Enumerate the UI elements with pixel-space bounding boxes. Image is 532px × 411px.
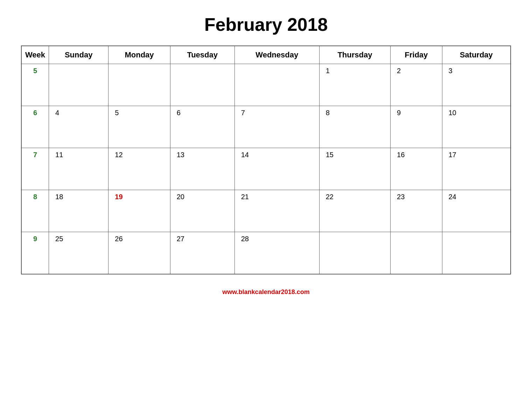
- day-number: 26: [111, 233, 126, 245]
- week-row-6: 645678910: [21, 106, 511, 148]
- day-number: 14: [238, 149, 252, 161]
- day-number: 21: [238, 191, 252, 203]
- day-number: 5: [111, 107, 122, 119]
- day-cell: 14: [234, 148, 319, 190]
- day-cell: 5: [108, 106, 170, 148]
- day-cell: [391, 232, 442, 274]
- week-number-9: 9: [21, 232, 49, 274]
- header-friday: Friday: [391, 46, 442, 64]
- day-number: 23: [393, 191, 408, 203]
- day-cell: [170, 64, 234, 106]
- day-number: 3: [445, 65, 456, 77]
- day-cell: 3: [442, 64, 511, 106]
- day-cell: [319, 232, 390, 274]
- week-number-7: 7: [21, 148, 49, 190]
- day-number: 10: [445, 107, 460, 119]
- day-cell: 10: [442, 106, 511, 148]
- week-number-5: 5: [21, 64, 49, 106]
- day-number: 6: [173, 107, 184, 119]
- day-cell: 4: [49, 106, 108, 148]
- day-cell: 23: [391, 190, 442, 232]
- day-number: 4: [52, 107, 63, 119]
- day-number: 1: [322, 65, 333, 77]
- day-number: 15: [322, 149, 337, 161]
- day-cell: [108, 64, 170, 106]
- week-row-5: 5123: [21, 64, 511, 106]
- day-number: 25: [52, 233, 66, 245]
- day-cell: 24: [442, 190, 511, 232]
- day-number: 9: [393, 107, 404, 119]
- day-cell: 20: [170, 190, 234, 232]
- day-cell: [49, 64, 108, 106]
- day-cell: 27: [170, 232, 234, 274]
- day-cell: 11: [49, 148, 108, 190]
- day-number: 19: [111, 191, 126, 203]
- footer: www.blankcalendar2018.com: [222, 288, 309, 296]
- week-row-8: 818192021222324: [21, 190, 511, 232]
- day-cell: 12: [108, 148, 170, 190]
- week-row-9: 925262728: [21, 232, 511, 274]
- day-cell: 13: [170, 148, 234, 190]
- day-number: 22: [322, 191, 337, 203]
- header-thursday: Thursday: [319, 46, 390, 64]
- day-cell: 18: [49, 190, 108, 232]
- day-number: 24: [445, 191, 460, 203]
- day-cell: 7: [234, 106, 319, 148]
- day-cell: 15: [319, 148, 390, 190]
- day-number: 16: [393, 149, 408, 161]
- day-number: 12: [111, 149, 126, 161]
- day-number: 11: [52, 149, 66, 161]
- day-cell: 6: [170, 106, 234, 148]
- calendar-table: WeekSundayMondayTuesdayWednesdayThursday…: [21, 46, 511, 274]
- week-number-6: 6: [21, 106, 49, 148]
- week-number-8: 8: [21, 190, 49, 232]
- page-title: February 2018: [204, 14, 328, 35]
- header-sunday: Sunday: [49, 46, 108, 64]
- day-cell: 17: [442, 148, 511, 190]
- header-row: WeekSundayMondayTuesdayWednesdayThursday…: [21, 46, 511, 64]
- day-cell: 28: [234, 232, 319, 274]
- day-number: 13: [173, 149, 188, 161]
- header-monday: Monday: [108, 46, 170, 64]
- day-number: 17: [445, 149, 460, 161]
- day-number: 18: [52, 191, 66, 203]
- day-cell: 22: [319, 190, 390, 232]
- day-cell: 9: [391, 106, 442, 148]
- day-number: 8: [322, 107, 333, 119]
- header-wednesday: Wednesday: [234, 46, 319, 64]
- day-cell: [442, 232, 511, 274]
- day-number: 20: [173, 191, 188, 203]
- day-number: 27: [173, 233, 188, 245]
- footer-link[interactable]: www.blankcalendar2018.com: [222, 288, 309, 295]
- day-cell: 25: [49, 232, 108, 274]
- day-number: 2: [393, 65, 404, 77]
- day-number: 7: [238, 107, 248, 119]
- header-tuesday: Tuesday: [170, 46, 234, 64]
- day-number: 28: [238, 233, 252, 245]
- header-saturday: Saturday: [442, 46, 511, 64]
- day-cell: 16: [391, 148, 442, 190]
- header-week: Week: [21, 46, 49, 64]
- day-cell: 1: [319, 64, 390, 106]
- day-cell: 8: [319, 106, 390, 148]
- day-cell: 19: [108, 190, 170, 232]
- week-row-7: 711121314151617: [21, 148, 511, 190]
- day-cell: 26: [108, 232, 170, 274]
- day-cell: [234, 64, 319, 106]
- day-cell: 2: [391, 64, 442, 106]
- day-cell: 21: [234, 190, 319, 232]
